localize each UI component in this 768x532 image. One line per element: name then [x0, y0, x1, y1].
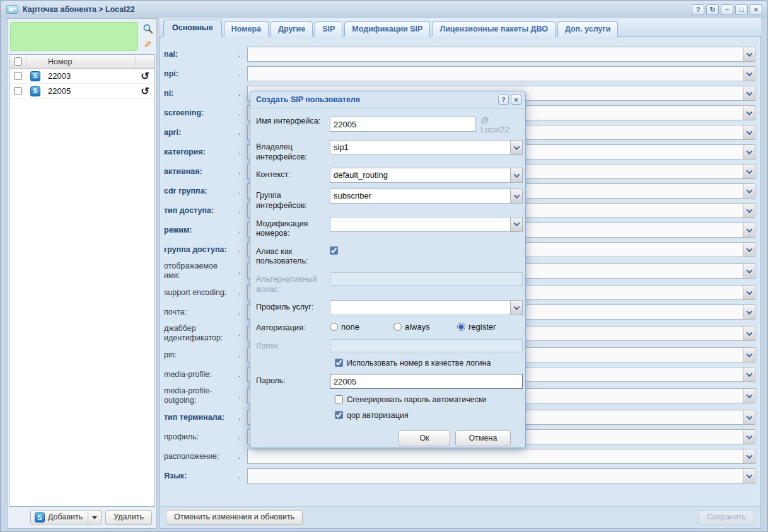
chevron-down-icon[interactable] — [743, 410, 755, 424]
chevron-down-icon[interactable] — [743, 264, 755, 278]
save-button[interactable]: Сохранить — [699, 510, 754, 525]
number-modification-combobox[interactable] — [330, 217, 523, 232]
interface-group-combobox[interactable]: subscriber — [330, 188, 523, 204]
combobox-value[interactable] — [248, 67, 743, 81]
chevron-down-icon[interactable] — [743, 204, 755, 217]
tab-modifikacii-sip[interactable]: Модификации SIP — [344, 21, 430, 37]
interface-name-input[interactable] — [330, 117, 476, 132]
qop-checkbox[interactable] — [335, 411, 343, 419]
alias-as-user-row: Алиас как пользователь: — [256, 245, 519, 267]
password-input[interactable] — [330, 374, 523, 389]
main-footer-toolbar: Отменить изменения и обновить Сохранить — [160, 506, 761, 529]
chevron-down-icon[interactable] — [743, 223, 755, 237]
tab-dop-uslugi[interactable]: Доп. услуги — [557, 21, 618, 37]
context-combobox[interactable]: default_routing — [330, 168, 523, 183]
language-combobox[interactable] — [247, 468, 755, 483]
generate-password-checkbox[interactable] — [335, 395, 343, 403]
add-dropdown-button[interactable] — [88, 511, 102, 524]
combobox-value[interactable]: default_routing — [330, 168, 510, 182]
dialog-header[interactable]: Создать SIP пользователя ? × — [250, 91, 525, 108]
service-profile-combobox[interactable] — [330, 300, 523, 315]
dialog-help-icon[interactable]: ? — [498, 95, 509, 105]
history-button[interactable]: ↺ — [141, 86, 149, 96]
chevron-down-icon[interactable] — [743, 327, 755, 340]
chevron-down-icon[interactable] — [743, 86, 755, 100]
combobox-value[interactable]: subscriber — [330, 189, 510, 203]
chevron-down-icon[interactable] — [510, 301, 522, 315]
auth-none-radio[interactable] — [330, 323, 338, 331]
cancel-button[interactable]: Отмена — [455, 431, 511, 447]
chevron-down-icon[interactable] — [743, 145, 755, 159]
chevron-down-icon[interactable] — [743, 286, 755, 299]
combobox-value[interactable]: sip1 — [330, 141, 510, 154]
chevron-down-icon[interactable] — [510, 141, 522, 154]
qop-row[interactable]: qop авторизация — [335, 410, 519, 420]
add-button[interactable]: S Добавить — [30, 511, 88, 524]
revert-button[interactable]: Отменить изменения и обновить — [166, 510, 303, 525]
chevron-down-icon[interactable] — [743, 348, 755, 362]
auth-option-none[interactable]: none — [330, 322, 393, 332]
auth-option-register[interactable]: register — [457, 322, 521, 332]
generate-password-row[interactable]: Сгенерировать пароль автоматически — [335, 395, 519, 405]
chevron-down-icon[interactable] — [743, 449, 755, 463]
chevron-down-icon[interactable] — [743, 67, 755, 81]
minimize-icon[interactable]: – — [721, 4, 733, 15]
dialog-close-icon[interactable]: × — [511, 95, 521, 105]
refresh-icon[interactable]: ↻ — [706, 4, 719, 15]
select-all-checkbox[interactable] — [14, 57, 22, 66]
ok-button[interactable]: Ок — [399, 431, 450, 447]
label-marker: . — [238, 350, 247, 359]
row-checkbox[interactable] — [14, 72, 22, 80]
edit-button[interactable]: ✎ — [141, 38, 154, 51]
chevron-down-icon[interactable] — [510, 168, 522, 182]
help-icon[interactable]: ? — [692, 4, 704, 15]
npi-combobox[interactable] — [247, 66, 755, 81]
alias-as-user-checkbox[interactable] — [330, 246, 338, 255]
use-number-as-login-checkbox[interactable] — [335, 359, 343, 367]
tab-licenzionnye-pakety-dvo[interactable]: Лицензионные пакеты ДВО — [432, 21, 556, 37]
window-title: Карточка абонента > Local22 — [23, 5, 687, 14]
chevron-down-icon[interactable] — [510, 217, 522, 231]
chevron-down-icon[interactable] — [743, 389, 755, 403]
delete-button[interactable]: Удалить — [105, 510, 152, 525]
tab-nomera[interactable]: Номера — [224, 21, 269, 37]
owner-combobox[interactable]: sip1 — [330, 140, 523, 155]
number-column-header[interactable]: Номер — [44, 55, 136, 68]
auth-register-radio[interactable] — [457, 323, 465, 331]
chevron-down-icon[interactable] — [743, 165, 755, 178]
auth-always-radio[interactable] — [393, 323, 402, 331]
label-marker: . — [238, 308, 247, 316]
subscriber-number[interactable]: 22003 — [44, 69, 136, 83]
chevron-down-icon[interactable] — [743, 243, 755, 257]
owner-row: Владелец интерфейсов: sip1 — [256, 140, 519, 162]
chevron-down-icon[interactable] — [743, 125, 755, 139]
chevron-down-icon[interactable] — [510, 189, 522, 203]
chevron-down-icon[interactable] — [743, 430, 755, 444]
chevron-down-icon[interactable] — [743, 184, 755, 198]
table-row[interactable]: S 22003 ↺ — [9, 69, 154, 84]
close-icon[interactable]: × — [750, 4, 762, 15]
use-number-as-login-row[interactable]: Использовать номер в качестве логина — [335, 358, 519, 368]
combobox-value[interactable] — [330, 301, 510, 315]
combobox-value[interactable] — [248, 469, 743, 483]
chevron-down-icon[interactable] — [743, 367, 755, 381]
search-button[interactable] — [141, 22, 154, 35]
chevron-down-icon[interactable] — [743, 469, 755, 483]
combobox-value[interactable] — [248, 47, 743, 61]
nai-combobox[interactable] — [247, 47, 755, 62]
tab-drugie[interactable]: Другие — [271, 21, 313, 37]
row-checkbox[interactable] — [14, 87, 22, 95]
combobox-value[interactable] — [330, 217, 510, 231]
chevron-down-icon[interactable] — [743, 106, 755, 120]
history-button[interactable]: ↺ — [141, 71, 149, 81]
tab-sip[interactable]: SIP — [315, 21, 342, 37]
auth-option-always[interactable]: always — [393, 322, 457, 332]
interface-name-label: Имя интерфейса: — [256, 114, 330, 127]
tab-osnovnye[interactable]: Основные — [163, 20, 222, 37]
table-row[interactable]: S 22005 ↺ — [9, 84, 154, 99]
search-input[interactable] — [10, 22, 138, 51]
subscriber-number[interactable]: 22005 — [44, 84, 136, 98]
chevron-down-icon[interactable] — [743, 47, 755, 61]
maximize-icon[interactable]: □ — [735, 4, 748, 15]
chevron-down-icon[interactable] — [743, 305, 755, 319]
